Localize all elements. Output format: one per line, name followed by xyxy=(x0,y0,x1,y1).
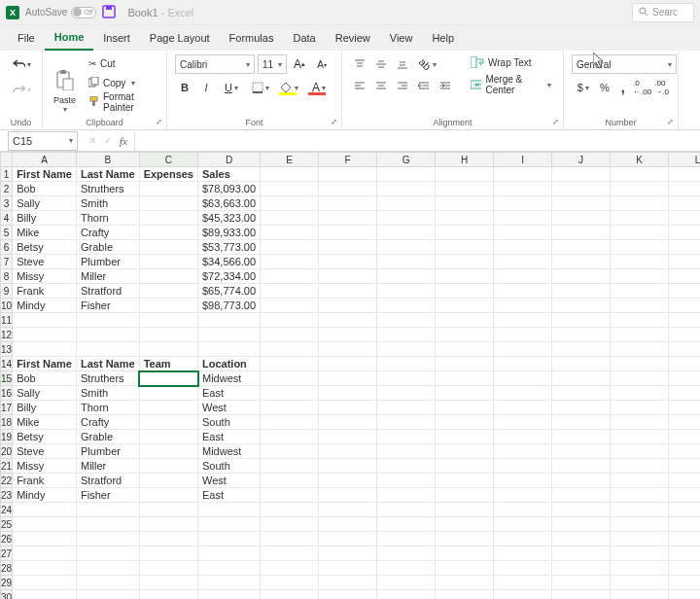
cell[interactable] xyxy=(669,430,700,444)
cell[interactable]: West xyxy=(198,474,261,488)
cell[interactable] xyxy=(669,371,700,386)
cell[interactable] xyxy=(611,357,669,371)
cell[interactable]: Frank xyxy=(13,474,77,488)
increase-font-button[interactable]: A▴ xyxy=(290,54,309,74)
cell[interactable] xyxy=(669,313,700,328)
cell[interactable] xyxy=(436,590,494,600)
cell[interactable] xyxy=(319,430,377,444)
cell[interactable] xyxy=(494,444,552,459)
cell[interactable] xyxy=(436,167,494,182)
cell[interactable] xyxy=(261,284,319,299)
cell[interactable] xyxy=(669,386,700,401)
cell[interactable]: Expenses xyxy=(139,167,197,182)
cell[interactable] xyxy=(76,590,139,600)
cell[interactable] xyxy=(139,561,197,576)
cell[interactable] xyxy=(436,488,494,503)
cell[interactable] xyxy=(198,503,261,517)
cell[interactable] xyxy=(611,590,669,600)
cell[interactable] xyxy=(139,517,197,532)
cell[interactable] xyxy=(669,590,700,600)
cell[interactable] xyxy=(319,517,377,532)
increase-decimal-button[interactable]: .0←.00 xyxy=(633,78,651,97)
cell[interactable] xyxy=(494,211,552,226)
cell[interactable] xyxy=(494,517,552,532)
cell[interactable] xyxy=(377,415,436,430)
cell[interactable] xyxy=(436,532,494,546)
cell[interactable]: Location xyxy=(198,357,261,371)
align-top-button[interactable] xyxy=(350,54,369,74)
cell[interactable]: Fisher xyxy=(76,299,139,313)
cell[interactable] xyxy=(436,546,494,561)
cell[interactable]: Thorn xyxy=(76,211,139,226)
col-header-H[interactable]: H xyxy=(436,153,494,167)
cell[interactable] xyxy=(319,444,377,459)
row-header[interactable]: 26 xyxy=(1,532,13,546)
cell[interactable] xyxy=(611,459,669,474)
cell[interactable] xyxy=(494,182,552,196)
cell[interactable] xyxy=(377,371,436,386)
cell[interactable] xyxy=(377,532,436,546)
cell[interactable] xyxy=(611,503,669,517)
cell[interactable] xyxy=(139,196,197,211)
cell[interactable] xyxy=(611,546,669,561)
row-header[interactable]: 11 xyxy=(1,313,13,328)
font-launcher[interactable]: ⤢ xyxy=(331,118,337,126)
cell[interactable] xyxy=(669,474,700,488)
cell[interactable] xyxy=(377,401,436,415)
cell[interactable]: Stratford xyxy=(76,284,139,299)
cell[interactable] xyxy=(139,342,197,357)
cell[interactable] xyxy=(436,328,494,342)
cell[interactable] xyxy=(198,328,261,342)
clipboard-launcher[interactable]: ⤢ xyxy=(156,118,162,126)
row-header[interactable]: 15 xyxy=(1,371,13,386)
cell[interactable] xyxy=(261,371,319,386)
row-header[interactable]: 5 xyxy=(1,226,13,240)
cell[interactable] xyxy=(552,517,611,532)
row-header[interactable]: 27 xyxy=(1,546,13,561)
cell[interactable] xyxy=(436,255,494,269)
cell[interactable] xyxy=(319,211,377,226)
redo-button[interactable]: ▾ xyxy=(12,80,31,99)
formula-input[interactable] xyxy=(134,131,700,151)
row-header[interactable]: 7 xyxy=(1,255,13,269)
paste-button[interactable]: Paste ▾ xyxy=(51,54,79,127)
cell[interactable] xyxy=(494,240,552,255)
cell[interactable] xyxy=(139,444,197,459)
cell[interactable] xyxy=(377,517,436,532)
cell[interactable] xyxy=(552,342,611,357)
cell[interactable] xyxy=(669,561,700,576)
cell[interactable] xyxy=(552,255,611,269)
cell[interactable] xyxy=(436,211,494,226)
cell[interactable] xyxy=(611,299,669,313)
bold-button[interactable]: B xyxy=(175,78,194,97)
cell[interactable] xyxy=(319,284,377,299)
cell[interactable] xyxy=(261,459,319,474)
cell[interactable] xyxy=(611,532,669,546)
cell[interactable]: Sales xyxy=(198,167,261,182)
cell[interactable] xyxy=(494,488,552,503)
cell[interactable] xyxy=(377,342,436,357)
cell[interactable] xyxy=(669,342,700,357)
cell[interactable] xyxy=(198,590,261,600)
cell[interactable] xyxy=(319,342,377,357)
cell[interactable] xyxy=(669,269,700,284)
cell[interactable] xyxy=(552,444,611,459)
cell[interactable] xyxy=(494,196,552,211)
fill-color-button[interactable]: ▾ xyxy=(276,78,303,97)
cell[interactable] xyxy=(261,313,319,328)
cell[interactable] xyxy=(13,517,77,532)
cell[interactable] xyxy=(319,503,377,517)
cell[interactable] xyxy=(377,211,436,226)
number-format-select[interactable]: General▾ xyxy=(572,54,677,74)
cell[interactable] xyxy=(436,196,494,211)
cell[interactable] xyxy=(13,532,77,546)
cell[interactable] xyxy=(377,255,436,269)
cell[interactable] xyxy=(377,167,436,182)
menu-review[interactable]: Review xyxy=(326,25,380,51)
format-painter-button[interactable]: Format Painter xyxy=(85,93,158,111)
cell[interactable] xyxy=(377,386,436,401)
cell[interactable]: Missy xyxy=(13,269,77,284)
cell[interactable] xyxy=(611,182,669,196)
align-bottom-button[interactable] xyxy=(393,54,412,74)
row-header[interactable]: 28 xyxy=(1,561,13,576)
